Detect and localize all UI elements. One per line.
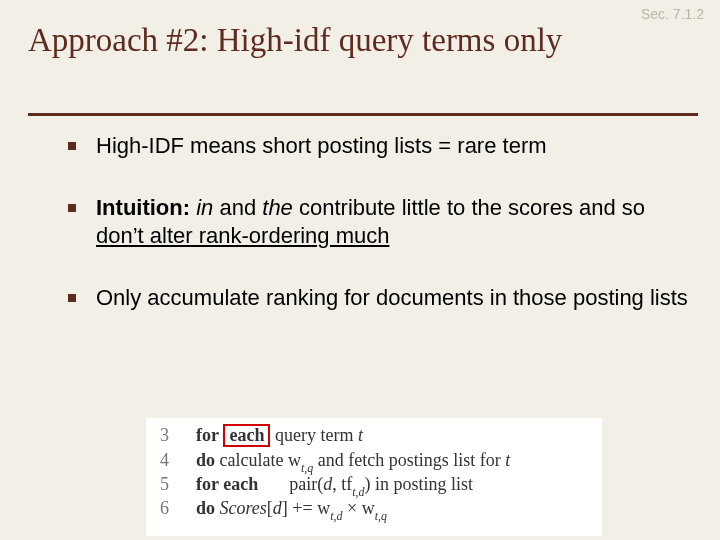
algo-var: d	[323, 474, 332, 494]
algo-text: calculate w	[215, 450, 301, 470]
algo-var: d	[273, 498, 282, 518]
algo-text: query term	[275, 425, 358, 445]
algo-var: t	[358, 425, 363, 445]
line-number: 5	[160, 474, 169, 494]
algo-var: t	[505, 450, 510, 470]
algo-subscript: t,d	[352, 485, 364, 499]
algo-text: += w	[288, 498, 330, 518]
bullet-list: High-IDF means short posting lists = rar…	[68, 132, 690, 347]
slide: Sec. 7.1.2 Approach #2: High-idf query t…	[0, 0, 720, 540]
algo-keyword: for	[196, 425, 219, 445]
line-number: 4	[160, 450, 169, 470]
bullet-lead: Intuition:	[96, 195, 190, 220]
bullet-italic: in	[196, 195, 213, 220]
bullet-text: Only accumulate ranking for documents in…	[96, 285, 688, 310]
bullet-item: Only accumulate ranking for documents in…	[68, 284, 690, 312]
algo-var: Scores	[220, 498, 267, 518]
algo-text: ) in posting list	[364, 474, 473, 494]
algo-subscript: t,q	[301, 461, 313, 475]
bullet-text: contribute little to the scores and so	[293, 195, 645, 220]
bullet-text: and	[213, 195, 262, 220]
bullet-item: Intuition: in and the contribute little …	[68, 194, 690, 250]
bullet-item: High-IDF means short posting lists = rar…	[68, 132, 690, 160]
algo-text: , tf	[332, 474, 352, 494]
bullet-underline: don’t alter rank-ordering much	[96, 223, 389, 248]
algo-line: 3 for each query term t	[160, 424, 363, 447]
bullet-italic: the	[262, 195, 293, 220]
algo-keyword: do	[196, 450, 215, 470]
line-number: 3	[160, 425, 169, 445]
bullet-text: High-IDF means short posting lists = rar…	[96, 133, 547, 158]
section-label: Sec. 7.1.2	[641, 6, 704, 22]
algo-subscript: t,d	[330, 509, 342, 523]
line-number: 6	[160, 498, 169, 518]
algorithm-snippet: 3 for each query term t 4 do calculate w…	[146, 418, 602, 536]
algo-line: 6 do Scores[d] += wt,d × wt,q	[160, 498, 387, 523]
algo-subscript: t,q	[375, 509, 387, 523]
algo-line: 5 for each pair(d, tft,d) in posting lis…	[160, 474, 473, 499]
algo-text: and fetch postings list for	[313, 450, 505, 470]
algo-line: 4 do calculate wt,q and fetch postings l…	[160, 450, 510, 475]
algo-keyword: do	[196, 498, 215, 518]
slide-title: Approach #2: High-idf query terms only	[28, 22, 610, 60]
algo-keyword: for each	[196, 474, 258, 494]
highlight-box: each	[223, 424, 270, 447]
algo-text: pair(	[289, 474, 323, 494]
algo-text: × w	[343, 498, 375, 518]
title-underline	[28, 113, 698, 116]
